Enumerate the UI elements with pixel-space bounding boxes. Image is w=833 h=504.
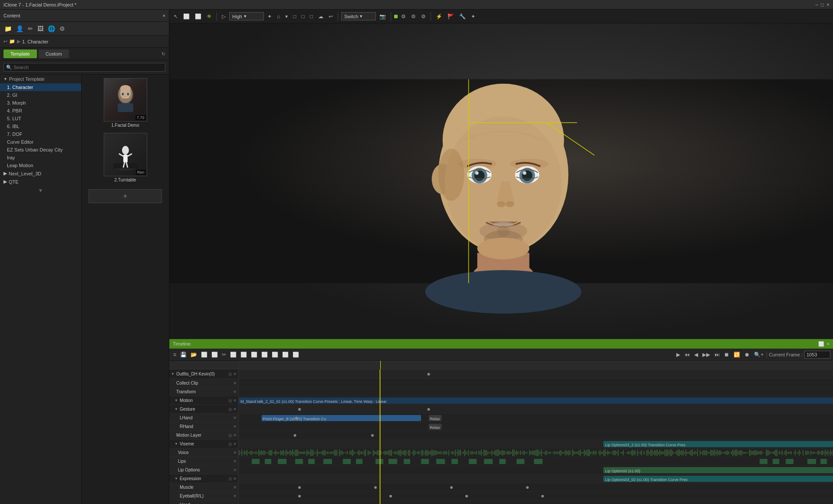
gesture-close-icon[interactable]: ✕ xyxy=(233,407,237,412)
refresh-button[interactable]: ↻ xyxy=(161,51,165,57)
folder-icon[interactable]: 📁 xyxy=(3,24,13,33)
lip-options-close-icon[interactable]: ✕ xyxy=(233,468,237,472)
prev-button[interactable]: ⏮ xyxy=(683,351,691,359)
motion-layer-close-icon[interactable]: ✕ xyxy=(233,433,237,438)
visibility-tool[interactable]: 👁 xyxy=(205,13,214,20)
muscle-close-icon[interactable]: ✕ xyxy=(233,485,237,490)
home-tool[interactable]: ⌂ xyxy=(275,13,282,20)
playhead[interactable] xyxy=(380,361,381,369)
quality-dropdown[interactable]: High ▾ xyxy=(229,12,264,20)
tree-item-pbr[interactable]: 4. PBR xyxy=(0,107,81,115)
tree-item-dof[interactable]: 7. DOF xyxy=(0,130,81,138)
camera-tool[interactable]: 📷 xyxy=(378,13,388,20)
search-input[interactable] xyxy=(3,63,165,72)
tree-item-iray[interactable]: Iray xyxy=(0,154,81,161)
tl-tool-b1[interactable]: ⬜ xyxy=(200,351,209,359)
collect-close-icon[interactable]: ✕ xyxy=(233,381,237,385)
motion-close-icon[interactable]: ✕ xyxy=(233,398,237,403)
tree-item-morph[interactable]: 3. Morph xyxy=(0,99,81,107)
thumbnail-turntable[interactable]: Ren 2.Turntable xyxy=(85,133,165,182)
gesture-expand[interactable]: ▼ xyxy=(175,407,178,411)
add-item-button[interactable]: + xyxy=(89,189,162,203)
flag-tool[interactable]: 🚩 xyxy=(446,13,456,20)
tab-custom[interactable]: Custom xyxy=(39,49,69,58)
motion-layer-loop-icon[interactable]: ◎ xyxy=(228,433,232,438)
tl-tool-open[interactable]: 📂 xyxy=(189,351,198,359)
loop-button[interactable]: 🔁 xyxy=(732,351,741,359)
minimize-button[interactable]: − xyxy=(815,2,818,8)
expression-expand[interactable]: ▼ xyxy=(175,477,178,481)
timeline-close-icon[interactable]: × xyxy=(827,341,830,347)
motion-expand[interactable]: ▼ xyxy=(175,399,178,402)
tl-tool-b4[interactable]: ⬜ xyxy=(239,351,248,359)
tree-section-arrow[interactable]: ▼ xyxy=(3,77,7,81)
viseme-close-icon[interactable]: ✕ xyxy=(233,441,237,446)
cursor-tool[interactable]: ↖ xyxy=(172,13,180,20)
record-button[interactable]: ⏺ xyxy=(743,351,751,359)
move-tool[interactable]: ⬜ xyxy=(193,13,203,20)
close-button[interactable]: × xyxy=(826,2,830,8)
tree-item-next-level[interactable]: ▶ Next_Level_3D xyxy=(0,169,81,178)
globe-icon[interactable]: 🌐 xyxy=(47,24,56,33)
edit-icon[interactable]: ✏ xyxy=(27,24,34,33)
gear-tool-1[interactable]: ⚙ xyxy=(399,13,408,20)
sparkle-tool[interactable]: ✦ xyxy=(469,13,477,20)
step-back-button[interactable]: ◀ xyxy=(693,351,699,359)
tl-tool-list[interactable]: ≡ xyxy=(172,351,178,359)
stop-button[interactable]: ⏹ xyxy=(723,351,731,359)
tree-item-ez-sets[interactable]: EZ Sets Urban Decay City xyxy=(0,146,81,154)
back-arrow-icon[interactable]: ↩ xyxy=(3,39,7,44)
timeline-expand-icon[interactable]: ⬜ xyxy=(818,341,824,347)
tl-tool-b3[interactable]: ⬜ xyxy=(229,351,238,359)
next-button[interactable]: ⏭ xyxy=(713,351,721,359)
content-close-button[interactable]: × xyxy=(163,13,165,18)
expression-loop-icon[interactable]: ◎ xyxy=(228,476,232,481)
viseme-loop-icon[interactable]: ◎ xyxy=(228,441,232,446)
tree-item-ibl[interactable]: 6. IBL xyxy=(0,122,81,130)
image-icon[interactable]: 🖼 xyxy=(36,24,44,33)
tl-tool-b5[interactable]: ⬜ xyxy=(250,351,259,359)
tl-tool-b7[interactable]: ⬜ xyxy=(270,351,280,359)
tree-item-lut[interactable]: 5. LUT xyxy=(0,115,81,122)
outfits-expand[interactable]: ▼ xyxy=(171,372,175,376)
transform-close-icon[interactable]: ✕ xyxy=(233,389,237,394)
tree-item-leap-motion[interactable]: Leap Motion xyxy=(0,161,81,169)
settings-icon[interactable]: ⚙ xyxy=(59,24,66,33)
tool-4[interactable]: □ xyxy=(308,13,315,20)
tool-1[interactable]: ▾ xyxy=(283,13,290,20)
lhand-close-icon[interactable]: ✕ xyxy=(233,415,237,420)
tree-item-qte[interactable]: ▶ QTE xyxy=(0,178,81,186)
select-tool[interactable]: ⬜ xyxy=(181,13,191,20)
gear-tool-3[interactable]: ⚙ xyxy=(419,13,428,20)
tree-item-character[interactable]: 1. Character xyxy=(0,83,81,91)
scroll-down-arrow[interactable]: ▼ xyxy=(0,186,81,195)
tl-tool-save[interactable]: 💾 xyxy=(179,351,188,359)
current-frame-input[interactable] xyxy=(804,351,830,359)
tl-tool-b6[interactable]: ⬜ xyxy=(260,351,269,359)
eyeball-close-icon[interactable]: ✕ xyxy=(233,494,237,498)
character-icon[interactable]: 👤 xyxy=(15,24,24,33)
play-button[interactable]: ▶ xyxy=(675,351,682,359)
star-tool[interactable]: ✦ xyxy=(266,13,273,20)
outfits-close-icon[interactable]: ✕ xyxy=(233,372,237,376)
motion-loop-icon[interactable]: ◎ xyxy=(228,398,232,403)
thumbnail-facial-demo[interactable]: 7.70 1.Facial Demo xyxy=(85,78,165,128)
expression-close-icon[interactable]: ✕ xyxy=(233,476,237,481)
tl-tool-b8[interactable]: ⬜ xyxy=(281,351,290,359)
tl-tool-b2[interactable]: ⬜ xyxy=(210,351,219,359)
wrench-tool[interactable]: 🔧 xyxy=(458,13,468,20)
lightning-tool[interactable]: ⚡ xyxy=(434,13,444,20)
viseme-expand[interactable]: ▼ xyxy=(175,442,178,446)
outfits-loop-icon[interactable]: ◎ xyxy=(228,372,232,376)
voice-close-icon[interactable]: ✕ xyxy=(233,450,237,455)
tool-5[interactable]: ☁ xyxy=(316,13,325,20)
gear-tool-2[interactable]: ⚙ xyxy=(409,13,418,20)
rhand-close-icon[interactable]: ✕ xyxy=(233,424,237,429)
tab-template[interactable]: Template xyxy=(3,49,37,58)
tl-tool-scissors[interactable]: ✂ xyxy=(221,351,227,359)
zoom-in-button[interactable]: 🔍+ xyxy=(753,351,765,359)
maximize-button[interactable]: □ xyxy=(821,2,824,8)
step-fwd-button[interactable]: ▶▶ xyxy=(701,351,711,359)
tl-tool-b9[interactable]: ⬜ xyxy=(291,351,300,359)
play-mode-btn[interactable]: ▷ xyxy=(220,13,227,20)
